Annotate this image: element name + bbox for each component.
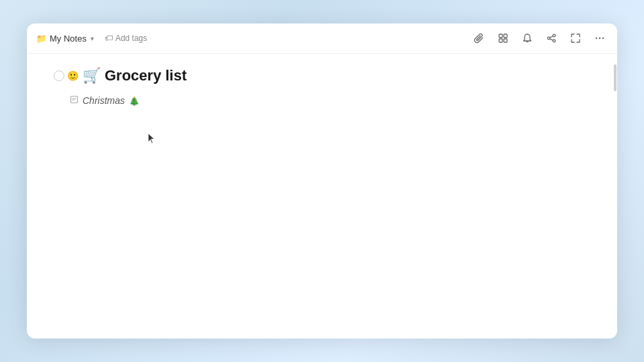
svg-rect-3 [504,39,507,42]
circle-button[interactable] [54,70,64,81]
svg-point-10 [599,38,600,39]
note-content: 🙂 🛒 Grocery list Christmas 🎄 [27,54,617,339]
toolbar-right [471,30,608,46]
svg-point-9 [596,38,597,39]
svg-rect-2 [499,39,502,42]
add-tags-button[interactable]: 🏷 Add tags [99,32,152,45]
cart-emoji: 🛒 [83,67,101,84]
smiley-icon[interactable]: 🙂 [67,70,78,81]
svg-point-11 [602,38,604,39]
more-options-icon[interactable] [592,30,608,46]
svg-point-5 [547,37,550,40]
share-icon[interactable] [543,30,559,46]
mouse-cursor [148,133,156,145]
note-title-row: 🙂 🛒 Grocery list [54,67,590,84]
chevron-down-icon: ▾ [91,35,94,42]
svg-rect-0 [499,34,502,38]
tag-icon: 🏷 [105,34,113,43]
expand-icon[interactable] [568,30,584,46]
scrollbar-track[interactable] [613,54,617,339]
folder-icon: 📁 [36,34,47,44]
svg-point-6 [553,40,555,42]
attachment-icon[interactable] [471,30,487,46]
breadcrumb[interactable]: 📁 My Notes ▾ [36,34,94,44]
toolbar: 📁 My Notes ▾ 🏷 Add tags [27,23,617,54]
svg-rect-1 [504,34,507,38]
christmas-tree-emoji: 🎄 [129,96,140,106]
sub-item-label: Christmas [83,95,125,106]
scrollbar-thumb[interactable] [614,64,616,91]
breadcrumb-label: My Notes [50,34,87,44]
sub-item-christmas[interactable]: Christmas 🎄 [70,95,590,106]
note-window: 📁 My Notes ▾ 🏷 Add tags [27,23,617,339]
grid-icon[interactable] [495,30,511,46]
svg-line-8 [550,39,553,40]
document-icon [70,95,78,106]
svg-line-7 [550,36,553,38]
bell-icon[interactable] [519,30,535,46]
title-controls: 🙂 [54,70,78,81]
svg-point-4 [553,34,555,37]
add-tags-label: Add tags [115,34,147,43]
note-title: 🛒 Grocery list [83,67,186,84]
toolbar-left: 📁 My Notes ▾ 🏷 Add tags [36,32,152,45]
note-title-text: Grocery list [105,67,186,84]
